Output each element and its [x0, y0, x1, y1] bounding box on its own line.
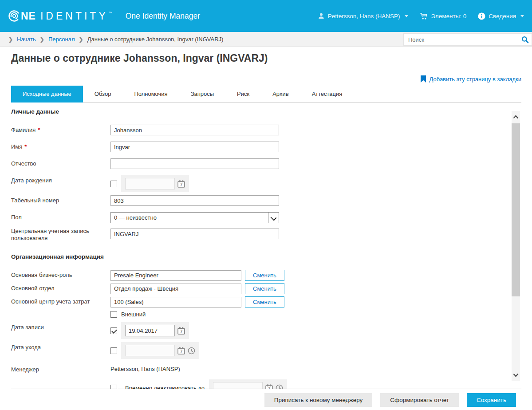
search-input[interactable] — [404, 34, 517, 45]
svg-text:7: 7 — [180, 329, 183, 334]
business-role-label: Основная бизнес-роль — [11, 270, 110, 279]
birthdate-panel: 7 — [121, 175, 189, 192]
vertical-scrollbar[interactable] — [512, 111, 520, 381]
firstname-input[interactable] — [110, 142, 279, 152]
gender-select[interactable]: 0 — неизвестно — [110, 212, 279, 223]
field-row-birthdate: Дата рождения 7 — [11, 175, 532, 192]
info-icon — [478, 12, 485, 20]
central-account-input[interactable] — [110, 229, 279, 239]
entry-date-panel: 7 — [121, 322, 189, 339]
external-checkbox[interactable] — [110, 311, 117, 318]
business-role-input[interactable] — [110, 270, 241, 281]
assign-new-manager-button[interactable]: Приписать к новому менеджеру — [264, 393, 373, 407]
field-row-external: Внешний — [11, 311, 532, 318]
scroll-down-button[interactable] — [512, 369, 520, 381]
deactivate-until-panel: 7 — [209, 379, 287, 389]
footer-buttons: Приписать к новому менеджеру Сформироват… — [264, 393, 516, 407]
personnel-number-label: Табельный номер — [11, 195, 110, 204]
leaving-date-panel: 7 — [121, 342, 199, 359]
central-account-label: Центральная учетная запись пользователя — [11, 226, 110, 242]
search-icon[interactable] — [521, 36, 529, 43]
clock-icon[interactable] — [188, 347, 195, 355]
clock-icon[interactable] — [276, 384, 283, 389]
field-row-leaving-date: Дата ухода 7 — [11, 342, 532, 359]
header-actions: Pettersson, Hans (HANSP) Элементы: 0 — [318, 12, 524, 20]
footer-divider — [11, 389, 521, 389]
tab-history[interactable]: Архив — [261, 86, 300, 102]
action-footer: Приписать к новому менеджеру Сформироват… — [0, 389, 532, 410]
svg-text:7: 7 — [180, 349, 183, 354]
save-button[interactable]: Сохранить — [467, 393, 516, 407]
page-title: Данные о сотруднике Johansson, Ingvar (I… — [11, 52, 268, 64]
scroll-up-button[interactable] — [512, 111, 520, 122]
deactivate-until-label: Временно деактивировать до — [125, 385, 205, 389]
shopping-cart-icon — [420, 12, 428, 20]
tab-entitlements[interactable]: Полномочия — [122, 86, 179, 102]
leaving-date-control: 7 — [110, 342, 199, 359]
birthdate-label: Дата рождения — [11, 175, 110, 184]
middlename-input[interactable] — [110, 158, 279, 169]
firstname-label: Имя* — [11, 142, 110, 150]
birthdate-control: 7 — [110, 175, 189, 192]
tab-risk[interactable]: Риск — [225, 86, 261, 102]
leaving-date-input — [125, 345, 175, 356]
logo-rings-icon — [8, 10, 20, 22]
user-menu[interactable]: Pettersson, Hans (HANSP) — [318, 12, 408, 20]
cart-items-label: Элементы: 0 — [431, 13, 467, 20]
external-checkbox-label: Внешний — [121, 311, 146, 318]
field-row-department: Основной отдел Сменить — [11, 283, 532, 294]
field-row-gender: Пол 0 — неизвестно — [11, 212, 532, 223]
calendar-icon[interactable]: 7 — [177, 347, 185, 355]
field-row-firstname: Имя* — [11, 142, 532, 152]
search-box — [403, 33, 532, 46]
entry-date-input[interactable] — [125, 325, 175, 336]
entry-date-label: Дата записи — [11, 322, 110, 331]
info-menu[interactable]: Сведения — [478, 12, 524, 20]
add-bookmark-link[interactable]: Добавить эту страницу в закладки — [421, 75, 521, 83]
chevron-up-icon — [513, 115, 519, 119]
add-bookmark-label: Добавить эту страницу в закладки — [430, 76, 521, 83]
personnel-number-input[interactable] — [110, 195, 279, 206]
cart-items[interactable]: Элементы: 0 — [420, 12, 467, 20]
tab-requests[interactable]: Запросы — [179, 86, 225, 102]
tab-overview[interactable]: Обзор — [83, 86, 123, 102]
scrollbar-thumb[interactable] — [512, 123, 520, 296]
change-cost-center-button[interactable]: Сменить — [245, 296, 284, 308]
deactivate-until-checkbox[interactable] — [110, 385, 117, 389]
main-content: Данные о сотруднике Johansson, Ingvar (I… — [0, 47, 532, 389]
generate-report-button[interactable]: Сформировать отчет — [380, 393, 459, 407]
calendar-icon[interactable]: 7 — [265, 384, 273, 389]
change-department-button[interactable]: Сменить — [245, 283, 284, 294]
app-title: One Identity Manager — [126, 12, 200, 21]
required-asterisk: * — [38, 126, 40, 133]
external-label-spacer — [11, 311, 110, 313]
user-menu-label: Pettersson, Hans (HANSP) — [328, 13, 400, 20]
birthdate-enable-checkbox[interactable] — [110, 181, 117, 187]
breadcrumb-home-link[interactable]: Начать — [17, 36, 36, 43]
department-label: Основной отдел — [11, 283, 110, 292]
form-scroll-area: Личные данные Фамилия* Имя* Отчество Дат… — [0, 102, 532, 389]
lastname-input[interactable] — [110, 125, 279, 135]
chevron-down-icon — [513, 373, 519, 377]
tab-master-data[interactable]: Исходные данные — [11, 86, 83, 102]
calendar-icon[interactable]: 7 — [177, 180, 185, 188]
user-icon — [318, 12, 325, 20]
department-input[interactable] — [110, 284, 241, 294]
leaving-date-enable-checkbox[interactable] — [110, 347, 117, 354]
field-row-central-account: Центральная учетная запись пользователя — [11, 226, 532, 242]
middlename-label: Отчество — [11, 158, 110, 167]
deactivate-until-input — [213, 382, 263, 389]
breadcrumb: ❯ Начать ❯ Персонал ❯ Данные о сотрудник… — [0, 32, 532, 47]
lastname-label: Фамилия* — [11, 125, 110, 134]
entry-date-enable-checkbox[interactable] — [110, 327, 117, 334]
field-row-personnel-number: Табельный номер — [11, 195, 532, 206]
calendar-icon[interactable]: 7 — [177, 327, 185, 335]
cost-center-input[interactable] — [110, 297, 241, 308]
tab-attestation[interactable]: Аттестация — [300, 86, 354, 102]
field-row-lastname: Фамилия* — [11, 125, 532, 135]
field-row-entry-date: Дата записи 7 — [11, 322, 532, 339]
change-business-role-button[interactable]: Сменить — [245, 270, 284, 281]
gender-label: Пол — [11, 212, 110, 221]
breadcrumb-section-link[interactable]: Персонал — [48, 36, 75, 43]
birthdate-input — [125, 178, 175, 189]
